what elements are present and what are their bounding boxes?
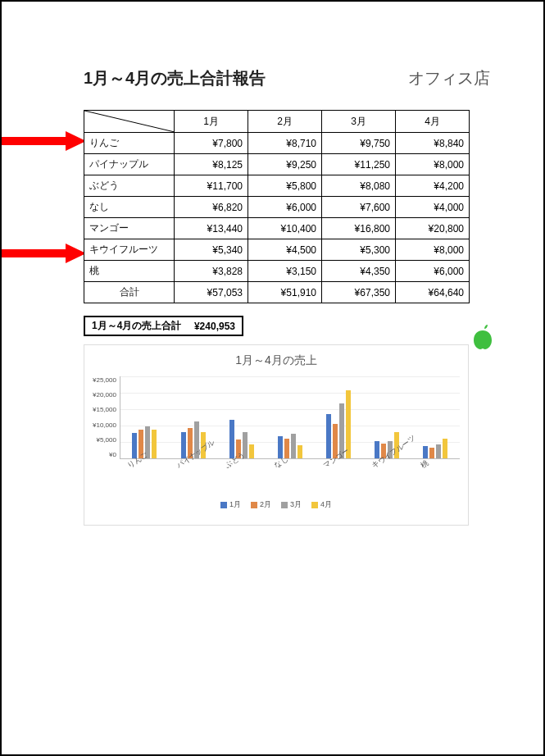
chart: 1月～4月の売上 ¥25,000¥20,000¥15,000¥10,000¥5,… [84,344,469,526]
cell-value: ¥8,125 [175,154,248,175]
y-tick: ¥0 [93,451,116,458]
cell-value: ¥6,000 [396,261,470,282]
total-label: 合計 [84,282,175,303]
y-tick: ¥15,000 [93,406,116,413]
y-tick: ¥10,000 [93,421,116,429]
table-row: ぶどう¥11,700¥5,800¥8,080¥4,200 [84,175,470,197]
cell-value: ¥8,000 [396,154,470,175]
legend-label: 3月 [290,500,302,508]
store-name: オフィス店 [408,67,490,89]
legend-label: 4月 [320,500,332,508]
table-row: 桃¥3,828¥3,150¥4,350¥6,000 [84,261,470,282]
cell-value: ¥5,340 [175,239,248,261]
cell-value: ¥8,080 [322,175,396,197]
cell-value: ¥8,840 [396,133,470,154]
sales-table: 1月 2月 3月 4月 りんご¥7,800¥8,710¥9,750¥8,840パ… [84,110,470,303]
cell-value: ¥11,700 [175,175,248,197]
y-tick: ¥5,000 [93,436,116,444]
legend-label: 2月 [260,500,271,508]
legend-swatch [281,502,288,508]
cell-value: ¥4,350 [322,261,396,282]
legend-swatch [220,502,227,508]
summary-box: 1月～4月の売上合計 ¥240,953 [84,316,243,336]
cell-value: ¥8,000 [396,239,470,261]
total-value: ¥64,640 [396,282,470,303]
row-label: なし [84,197,175,218]
cell-value: ¥9,750 [322,133,396,154]
chart-legend: 1月2月3月4月 [93,499,460,510]
y-tick: ¥20,000 [93,391,116,398]
cell-value: ¥4,000 [396,197,470,218]
table-row: キウイフルーツ¥5,340¥4,500¥5,300¥8,000 [84,239,470,261]
total-value: ¥51,910 [248,282,322,303]
row-label: キウイフルーツ [84,239,175,261]
legend-swatch [311,502,318,508]
cell-value: ¥7,600 [322,197,396,218]
legend-item: 3月 [281,499,302,510]
cell-value: ¥4,200 [396,175,470,197]
legend-item: 4月 [311,499,332,510]
cell-value: ¥3,828 [175,261,248,282]
row-label: パイナップル [84,154,175,175]
cell-value: ¥5,300 [322,239,396,261]
chart-title: 1月～4月の売上 [93,353,460,368]
legend-item: 1月 [220,499,241,510]
col-header: 2月 [248,111,322,133]
cell-value: ¥8,710 [248,133,322,154]
cell-value: ¥20,800 [396,218,470,239]
chart-y-axis: ¥25,000¥20,000¥15,000¥10,000¥5,000¥0 [93,376,116,458]
col-header: 3月 [322,111,396,133]
row-label: マンゴー [84,218,175,239]
table-corner-cell [84,111,175,133]
col-header: 4月 [396,111,470,133]
cell-value: ¥6,000 [248,197,322,218]
legend-swatch [251,502,257,508]
table-row: パイナップル¥8,125¥9,250¥11,250¥8,000 [84,154,470,175]
svg-line-4 [84,111,174,132]
table-row: なし¥6,820¥6,000¥7,600¥4,000 [84,197,470,218]
total-value: ¥57,053 [175,282,248,303]
legend-item: 2月 [251,499,271,510]
cell-value: ¥10,400 [248,218,322,239]
legend-label: 1月 [229,500,241,508]
table-row: マンゴー¥13,440¥10,400¥16,800¥20,800 [84,218,470,239]
cell-value: ¥6,820 [175,197,248,218]
cell-value: ¥9,250 [248,154,322,175]
chart-plot-area [120,376,460,459]
cell-value: ¥13,440 [175,218,248,239]
bar [229,420,234,458]
cell-value: ¥3,150 [248,261,322,282]
page-frame: 1月～4月の売上合計報告 オフィス店 1月 2月 3月 4月 [0,0,545,756]
total-value: ¥67,350 [322,282,396,303]
col-header: 1月 [175,111,248,133]
cell-value: ¥4,500 [248,239,322,261]
table-row: りんご¥7,800¥8,710¥9,750¥8,840 [84,133,470,154]
summary-value: ¥240,953 [194,321,235,332]
cell-value: ¥11,250 [322,154,396,175]
row-label: 桃 [84,261,175,282]
y-tick: ¥25,000 [93,376,116,384]
table-total-row: 合計¥57,053¥51,910¥67,350¥64,640 [84,282,470,303]
bar [326,414,331,458]
cell-value: ¥7,800 [175,133,248,154]
report-title: 1月～4月の売上合計報告 [84,67,266,89]
row-label: ぶどう [84,175,175,197]
cell-value: ¥16,800 [322,218,396,239]
cell-value: ¥5,800 [248,175,322,197]
summary-label: 1月～4月の売上合計 [92,319,181,333]
row-label: りんご [84,133,175,154]
chart-x-axis: りんごパイナップルぶどうなしマンゴーキウイフルーツ桃 [117,462,460,495]
